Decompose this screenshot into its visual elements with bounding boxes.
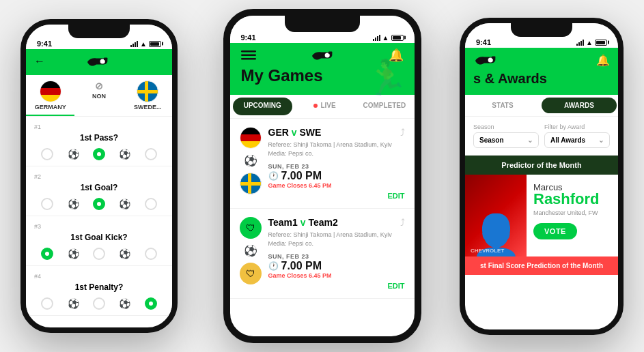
player-club: Manchester United, FW [533, 209, 611, 216]
ball-icon-2b: ⚽ [119, 199, 130, 209]
clock-icon-2: 🕐 [268, 261, 279, 271]
pred-2-options: ⚽ ⚽ [34, 198, 164, 210]
tab-completed[interactable]: COMPLETED [354, 95, 414, 118]
edit-btn-1[interactable]: EDIT [268, 192, 405, 200]
pred-2-option-left[interactable] [41, 198, 53, 210]
status-icons-left: ▲ [130, 40, 161, 48]
back-arrow[interactable]: ← [34, 55, 45, 68]
svg-rect-1 [104, 58, 107, 61]
tab-live-label: LIVE [320, 102, 335, 109]
right-header: 🔔 s & Awards [465, 48, 618, 95]
pred-3-option-mid[interactable] [93, 248, 105, 260]
ball-icon-1: ⚽ [68, 149, 79, 160]
pred-1-option-mid[interactable] [93, 148, 105, 160]
share-icon-1[interactable]: ⤴ [400, 127, 405, 138]
game-1-time: 🕐 7.00 PM [268, 170, 405, 182]
pred-3-question: 1st Goal Kick? [34, 233, 164, 242]
time-center: 9:41 [241, 33, 256, 42]
pred-1-question: 1st Pass? [34, 133, 164, 143]
filter-season-select[interactable]: Season ⌄ [473, 132, 539, 148]
game-2-date: SUN, FEB 23 [268, 253, 405, 260]
chevron-season: ⌄ [527, 136, 533, 144]
bell-icon-right[interactable]: 🔔 [596, 54, 610, 67]
pred-1-option-right[interactable] [145, 148, 157, 160]
svg-rect-3 [241, 55, 256, 57]
filter-award-group: Filter by Award All Awards ⌄ [544, 123, 610, 148]
tab-live[interactable]: LIVE [295, 95, 354, 118]
team-flags-1: ⚽ [240, 127, 262, 200]
game-card-2: 🛡 ⚽ 🛡 Team1 v Team2 ⤴ Referee: Shin [230, 209, 415, 299]
game-card-1: ⚽ GER v SWE ⤴ Referee: Shinji Takoma | A… [230, 119, 415, 209]
game-card-2-row: 🛡 ⚽ 🛡 Team1 v Team2 ⤴ Referee: Shin [240, 217, 405, 290]
ball-icon-4: ⚽ [68, 298, 79, 309]
germany-label: GERMANY [35, 104, 66, 111]
prediction-list: #1 1st Pass? ⚽ ⚽ #2 1st Goal? ⚽ ⚽ #3 [26, 117, 172, 316]
tab-upcoming[interactable]: UPCOMING [233, 98, 292, 115]
whistle-icon-right [473, 52, 498, 68]
ball-icon-1b: ⚽ [119, 149, 130, 160]
status-icons-center: ▲ [373, 34, 404, 42]
game-2-meta: Referee: Shinji Takoma | Arena Stadium, … [268, 231, 405, 248]
filter-award-select[interactable]: All Awards ⌄ [544, 132, 610, 148]
sweden-flag [137, 80, 158, 102]
pred-3-option-right[interactable] [145, 248, 157, 260]
final-score-banner: st Final Score Prediction of the Month [465, 256, 618, 275]
wifi-right: ▲ [586, 39, 593, 46]
pred-4-option-left[interactable] [41, 297, 53, 310]
game-1-closes: Game Closes 6.45 PM [268, 182, 405, 189]
sweden-flag-game1 [240, 173, 262, 194]
pred-2-option-mid[interactable] [93, 198, 105, 210]
menu-icon[interactable] [241, 50, 256, 60]
ball-game1: ⚽ [244, 154, 257, 167]
chevron-award: ⌄ [598, 136, 604, 144]
ball-icon-3b: ⚽ [119, 248, 130, 259]
game-2-time: 🕐 7.00 PM [268, 260, 405, 272]
filter-season-group: Season Season ⌄ [473, 123, 539, 148]
pred-3-number: #3 [34, 223, 164, 230]
player-info: Marcus Rashford Manchester United, FW VO… [527, 175, 618, 256]
time-right: 9:41 [476, 38, 491, 46]
tab-sweden[interactable]: SWEDE... [124, 75, 172, 116]
vote-button[interactable]: VOTE [533, 223, 577, 239]
share-icon-2[interactable]: ⤴ [400, 217, 405, 228]
germany-flag-game1 [240, 127, 262, 149]
prediction-4: #4 1st Penalty? ⚽ ⚽ [26, 266, 172, 316]
notch-left [68, 25, 130, 38]
clock-icon-1: 🕐 [268, 171, 279, 181]
left-phone: 9:41 ▲ ← G [20, 19, 178, 333]
player-silhouette-header: 🏃 [365, 61, 408, 95]
game-1-meta: Referee: Shinji Takoma | Arena Stadium, … [268, 141, 405, 158]
awards-filter: Season Season ⌄ Filter by Award All Awar… [465, 117, 618, 156]
player-card: 👤 CHEVROLET Marcus Rashford Manchester U… [465, 175, 618, 256]
tab-germany[interactable]: GERMANY [26, 75, 74, 116]
prediction-2: #2 1st Goal? ⚽ ⚽ [26, 166, 172, 216]
signal-icon [130, 40, 138, 47]
edit-btn-2[interactable]: EDIT [268, 282, 405, 290]
pred-4-option-right[interactable] [145, 297, 157, 310]
pred-4-number: #4 [34, 273, 164, 280]
pred-2-option-right[interactable] [145, 198, 157, 210]
ball-game2: ⚽ [244, 244, 257, 257]
game-1-title: GER v SWE [268, 127, 322, 138]
whistle-icon-center [310, 47, 335, 63]
pred-1-option-left[interactable] [41, 148, 53, 160]
time-left: 9:41 [37, 40, 52, 48]
ball-icon-2: ⚽ [68, 199, 79, 209]
tab-stats[interactable]: STATS [465, 95, 540, 116]
svg-rect-6 [328, 52, 332, 55]
flag-tabs: GERMANY ⊘ NON SWEDE... [26, 75, 172, 117]
center-phone: 9:41 ▲ 🔔 My Games 🏃 [223, 9, 421, 343]
prediction-1: #1 1st Pass? ⚽ ⚽ [26, 117, 172, 166]
pred-4-option-mid[interactable] [93, 297, 105, 310]
game-2-content: 🛡 ⚽ 🛡 Team1 v Team2 ⤴ Referee: Shin [240, 217, 405, 290]
team-flags-2: 🛡 ⚽ 🛡 [240, 217, 262, 290]
live-dot [313, 104, 318, 108]
battery-icon [149, 41, 161, 47]
tab-non[interactable]: ⊘ NON [74, 75, 123, 116]
game-1-date: SUN, FEB 23 [268, 163, 405, 170]
non-flag: ⊘ [95, 80, 103, 91]
pred-3-option-left[interactable] [41, 248, 53, 260]
tab-awards[interactable]: AWARDS [542, 98, 617, 113]
header-icons-right: 🔔 [473, 52, 610, 68]
game-1-info: GER v SWE ⤴ Referee: Shinji Takoma | Are… [268, 127, 405, 200]
